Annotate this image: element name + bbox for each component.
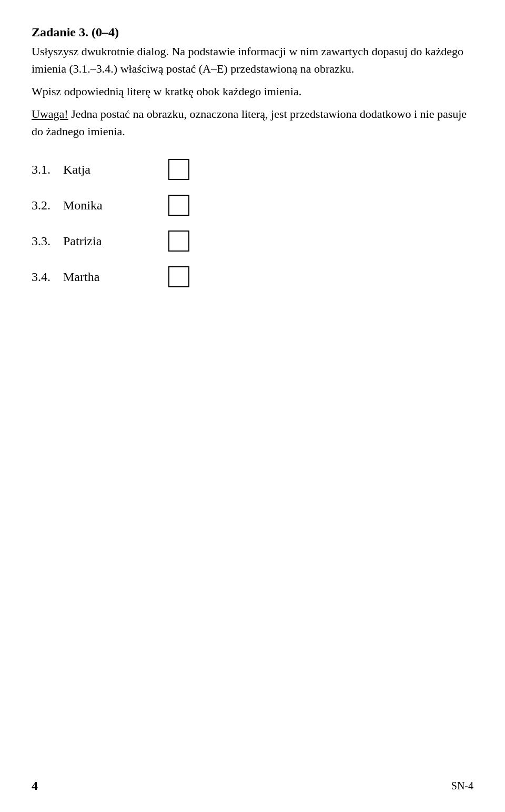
item-number-1: 3.1.: [32, 163, 63, 177]
item-number-2: 3.2.: [32, 198, 63, 213]
footer-code: SN-4: [451, 780, 473, 792]
item-name-3: Patrizia: [63, 234, 158, 248]
instruction-line3: Jedna postać na obrazku, oznaczona liter…: [32, 107, 467, 138]
list-item: 3.3. Patrizia: [32, 230, 473, 252]
page-number: 4: [32, 779, 38, 793]
uwaga-label: Uwaga!: [32, 107, 68, 121]
list-item: 3.2. Monika: [32, 195, 473, 216]
item-name-1: Katja: [63, 163, 158, 177]
task-instructions: Usłyszysz dwukrotnie dialog. Na podstawi…: [32, 43, 473, 140]
answer-box-3[interactable]: [168, 230, 189, 252]
list-item: 3.1. Katja: [32, 159, 473, 180]
footer: 4 SN-4: [32, 779, 473, 793]
instruction-line2: Wpisz odpowiednią literę w kratkę obok k…: [32, 83, 473, 100]
item-name-4: Martha: [63, 270, 158, 284]
answer-box-1[interactable]: [168, 159, 189, 180]
answer-box-4[interactable]: [168, 266, 189, 287]
items-list: 3.1. Katja 3.2. Monika 3.3. Patrizia 3.4…: [32, 159, 473, 287]
instruction-line1: Usłyszysz dwukrotnie dialog. Na podstawi…: [32, 43, 473, 77]
item-name-2: Monika: [63, 198, 158, 213]
item-number-4: 3.4.: [32, 270, 63, 284]
list-item: 3.4. Martha: [32, 266, 473, 287]
task-heading: Zadanie 3. (0–4): [32, 25, 473, 39]
item-number-3: 3.3.: [32, 234, 63, 248]
instruction-uwaga: Uwaga! Jedna postać na obrazku, oznaczon…: [32, 105, 473, 140]
answer-box-2[interactable]: [168, 195, 189, 216]
task-container: Zadanie 3. (0–4) Usłyszysz dwukrotnie di…: [32, 25, 473, 287]
